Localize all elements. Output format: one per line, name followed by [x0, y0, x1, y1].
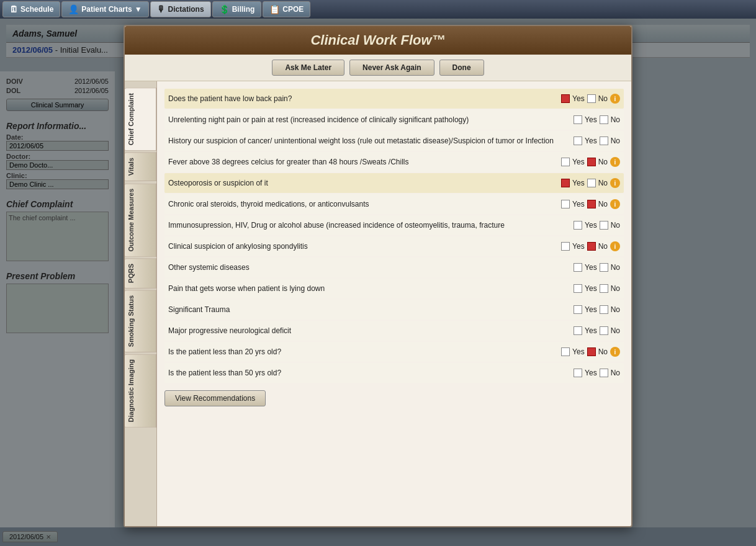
q1-yes-radio[interactable] [561, 94, 570, 103]
modal-button-row: Ask Me Later Never Ask Again Done [125, 55, 631, 81]
yes-no-group-10: Yes No [574, 284, 620, 293]
question-text-11: Significant Trauma [168, 305, 574, 314]
modal-body: Chief Complaint Vitals Outcome Measures … [125, 81, 631, 526]
yes-no-group-12: Yes No [574, 326, 620, 335]
never-ask-again-button[interactable]: Never Ask Again [349, 60, 434, 76]
question-text-4: Fever above 38 degrees celcius for great… [168, 158, 561, 166]
q6-no-radio[interactable] [587, 200, 596, 208]
q7-yes-radio[interactable] [574, 221, 582, 230]
question-row-13: Is the patient less than 20 yrs old? Yes… [164, 342, 624, 362]
q6-info-icon[interactable]: i [610, 199, 620, 209]
q7-no-radio[interactable] [600, 221, 608, 230]
vtab-smoking-status[interactable]: Smoking Status [125, 290, 156, 352]
yes-no-group-13: Yes No i [561, 347, 620, 357]
q9-yes-radio[interactable] [574, 263, 582, 272]
top-navigation: 🗓 Schedule 👤 Patient Charts ▼ 🎙 Dictatio… [0, 0, 756, 19]
question-row-14: Is the patient less than 50 yrs old? Yes… [164, 363, 624, 383]
question-text-5: Osteoporosis or suspicion of it [168, 179, 561, 187]
q8-info-icon[interactable]: i [610, 241, 620, 251]
q5-info-icon[interactable]: i [610, 178, 620, 188]
yes-no-group-11: Yes No [574, 305, 620, 314]
q4-yes-radio[interactable] [561, 158, 570, 166]
question-text-10: Pain that gets worse when patient is lyi… [168, 284, 574, 293]
cpoe-icon: 📋 [269, 4, 280, 14]
yes-no-group-7: Yes No [574, 221, 620, 230]
q10-no-radio[interactable] [600, 284, 608, 293]
question-text-1: Does the patient have low back pain? [168, 94, 561, 103]
q11-yes-radio[interactable] [574, 305, 582, 314]
q14-yes-radio[interactable] [574, 369, 582, 377]
yes-no-group-6: Yes No i [561, 199, 620, 209]
patient-charts-nav-btn[interactable]: 👤 Patient Charts ▼ [61, 1, 148, 17]
yes-no-group-8: Yes No i [561, 241, 620, 251]
question-row-5: Osteoporosis or suspicion of it Yes No i [164, 173, 624, 193]
question-text-3: History our suspicion of cancer/ uninten… [168, 136, 574, 145]
done-button[interactable]: Done [439, 60, 484, 76]
vtab-vitals[interactable]: Vitals [125, 152, 156, 181]
q12-yes-radio[interactable] [574, 326, 582, 335]
q1-no-radio[interactable] [587, 94, 596, 103]
modal-overlay: Clinical Work Flow™ Ask Me Later Never A… [0, 19, 756, 546]
q13-info-icon[interactable]: i [610, 347, 620, 357]
vtab-diagnostic-imaging[interactable]: Diagnostic Imaging [125, 354, 156, 427]
question-row-8: Clinical suspicion of ankylosing spondyl… [164, 236, 624, 256]
question-row-9: Other systemic diseases Yes No [164, 257, 624, 277]
q4-info-icon[interactable]: i [610, 157, 620, 167]
question-text-7: Immunosupression, HIV, Drug or alcohol a… [168, 221, 574, 230]
q13-no-radio[interactable] [587, 347, 596, 356]
questions-area: Does the patient have low back pain? Yes… [157, 81, 631, 526]
yes-no-group-3: Yes No [574, 136, 620, 145]
question-text-12: Major progressive neurological deficit [168, 326, 574, 335]
q6-yes-radio[interactable] [561, 200, 570, 208]
q10-yes-radio[interactable] [574, 284, 582, 293]
schedule-nav-btn[interactable]: 🗓 Schedule [2, 1, 60, 17]
question-row-6: Chronic oral steroids, thyroid medicatio… [164, 194, 624, 214]
yes-no-group-14: Yes No [574, 369, 620, 377]
yes-no-group-2: Yes No [574, 115, 620, 124]
question-row-11: Significant Trauma Yes No [164, 300, 624, 320]
ask-me-later-button[interactable]: Ask Me Later [272, 60, 344, 76]
q11-no-radio[interactable] [600, 305, 608, 314]
question-text-6: Chronic oral steroids, thyroid medicatio… [168, 200, 561, 208]
yes-no-group-1: Yes No i [561, 94, 620, 104]
vtab-outcome-measures[interactable]: Outcome Measures [125, 183, 156, 257]
question-row-1: Does the patient have low back pain? Yes… [164, 89, 624, 109]
question-row-7: Immunosupression, HIV, Drug or alcohol a… [164, 215, 624, 235]
q8-no-radio[interactable] [587, 242, 596, 251]
q3-no-radio[interactable] [600, 136, 608, 145]
q2-yes-radio[interactable] [574, 115, 582, 124]
question-row-4: Fever above 38 degrees celcius for great… [164, 152, 624, 172]
question-text-14: Is the patient less than 50 yrs old? [168, 369, 574, 377]
question-text-9: Other systemic diseases [168, 263, 574, 272]
modal-header: Clinical Work Flow™ [125, 26, 631, 55]
cpoe-nav-btn[interactable]: 📋 CPOE [263, 1, 310, 17]
q8-yes-radio[interactable] [561, 242, 570, 251]
q13-yes-radio[interactable] [561, 347, 570, 356]
q14-no-radio[interactable] [600, 369, 608, 377]
question-text-13: Is the patient less than 20 yrs old? [168, 347, 561, 356]
dictations-nav-btn[interactable]: 🎙 Dictations [150, 1, 211, 17]
q12-no-radio[interactable] [600, 326, 608, 335]
billing-icon: 💲 [219, 4, 230, 14]
clinical-workflow-modal: Clinical Work Flow™ Ask Me Later Never A… [124, 25, 632, 527]
q3-yes-radio[interactable] [574, 136, 582, 145]
view-recommendations-button[interactable]: View Recommendations [164, 390, 266, 406]
vtab-chief-complaint[interactable]: Chief Complaint [125, 87, 156, 151]
dictations-icon: 🎙 [157, 4, 166, 14]
q9-no-radio[interactable] [600, 263, 608, 272]
vertical-tabs: Chief Complaint Vitals Outcome Measures … [125, 81, 157, 526]
question-text-2: Unrelenting night pain or pain at rest (… [168, 115, 574, 124]
vtab-pqrs[interactable]: PQRS [125, 258, 156, 289]
question-text-8: Clinical suspicion of ankylosing spondyl… [168, 242, 561, 251]
yes-no-group-5: Yes No i [561, 178, 620, 188]
q5-no-radio[interactable] [587, 179, 596, 187]
question-row-10: Pain that gets worse when patient is lyi… [164, 279, 624, 298]
yes-no-group-9: Yes No [574, 263, 620, 272]
q4-no-radio[interactable] [587, 158, 596, 166]
q2-no-radio[interactable] [600, 115, 608, 124]
schedule-icon: 🗓 [9, 4, 18, 14]
billing-nav-btn[interactable]: 💲 Billing [212, 1, 262, 17]
q5-yes-radio[interactable] [561, 179, 570, 187]
q1-info-icon[interactable]: i [610, 94, 620, 104]
question-row-12: Major progressive neurological deficit Y… [164, 321, 624, 341]
